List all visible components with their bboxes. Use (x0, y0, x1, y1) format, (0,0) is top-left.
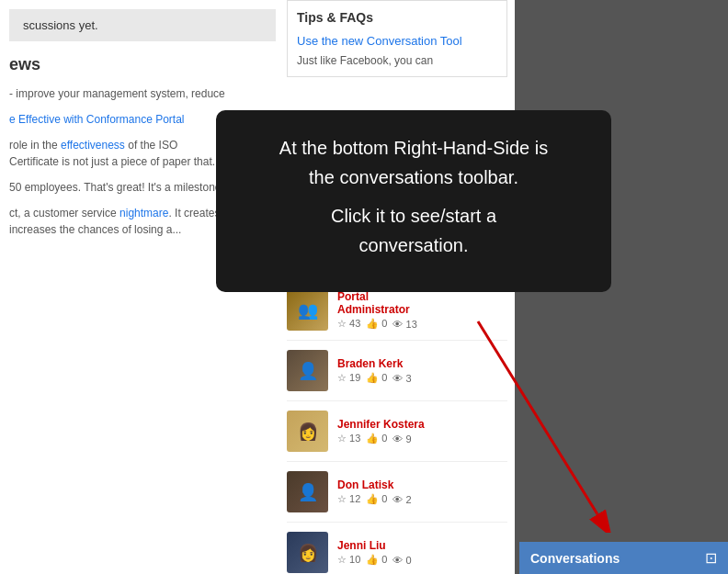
tips-header: Tips & FAQs (297, 10, 497, 25)
avatar[interactable]: 👤 (287, 350, 328, 391)
avatar[interactable]: 👩 (287, 532, 328, 573)
news-item-1: - improve your management system, reduce (9, 85, 276, 102)
conversations-toolbar[interactable]: Conversations ⊡ (519, 542, 728, 574)
list-item: 👤 Don Latisk ☆ 12 👍 0 👁 2 (287, 471, 507, 523)
no-discussions-text: scussions yet. (23, 18, 98, 32)
person-name[interactable]: Jenni Liu (337, 539, 507, 552)
no-discussions-notice: scussions yet. (9, 9, 276, 41)
person-name[interactable]: Braden Kerk (337, 357, 507, 370)
list-item: 👩 Jennifer Kostera ☆ 13 👍 0 👁 9 (287, 411, 507, 462)
avatar[interactable]: 👥 (287, 289, 328, 331)
list-item: 👥 PortalAdministrator ☆ 43 👍 0 👁 13 (287, 289, 507, 341)
person-stats: ☆ 19 👍 0 👁 3 (337, 372, 507, 384)
avatar[interactable]: 👤 (287, 471, 328, 512)
person-stats: ☆ 13 👍 0 👁 9 (337, 433, 507, 445)
list-item: 👩 Jenni Liu ☆ 10 👍 0 👁 0 (287, 532, 507, 574)
tips-panel: Tips & FAQs Use the new Conversation Too… (287, 0, 507, 77)
callout-line-2: Click it to see/start aconversation. (244, 201, 584, 260)
conversations-expand-icon[interactable]: ⊡ (705, 549, 717, 567)
person-name[interactable]: Jennifer Kostera (337, 418, 507, 431)
callout-box: At the bottom Right-Hand-Side isthe conv… (216, 110, 611, 292)
person-stats: ☆ 12 👍 0 👁 2 (337, 493, 507, 505)
callout-line-1: At the bottom Right-Hand-Side isthe conv… (244, 133, 584, 192)
person-stats: ☆ 10 👍 0 👁 0 (337, 554, 507, 566)
person-stats: ☆ 43 👍 0 👁 13 (337, 318, 507, 330)
tips-description: Just like Facebook, you can (297, 54, 497, 67)
conversations-label: Conversations (530, 551, 620, 566)
list-item: 👤 Braden Kerk ☆ 19 👍 0 👁 3 (287, 350, 507, 401)
active-people-section: Active People 👥 PortalAdministrator ☆ 43… (287, 266, 507, 574)
person-name[interactable]: PortalAdministrator (337, 290, 507, 316)
person-name[interactable]: Don Latisk (337, 478, 507, 491)
news-header: ews (9, 55, 276, 74)
avatar[interactable]: 👩 (287, 411, 328, 452)
tips-link[interactable]: Use the new Conversation Tool (297, 32, 497, 51)
